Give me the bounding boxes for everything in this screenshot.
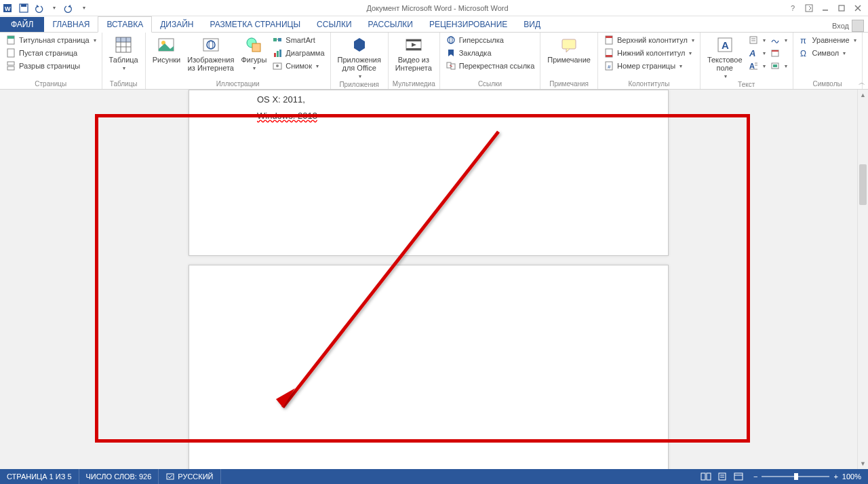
tab-file[interactable]: ФАЙЛ <box>0 17 44 32</box>
document-area[interactable]: OS X: 2011, Windows: 2013 <box>0 90 857 469</box>
collapse-ribbon-icon[interactable]: ︿ <box>859 78 865 88</box>
date-time-button[interactable] <box>768 47 789 59</box>
scroll-down-icon[interactable]: ▼ <box>858 458 868 469</box>
tab-layout[interactable]: РАЗМЕТКА СТРАНИЦЫ <box>202 17 309 32</box>
undo-dropdown-icon[interactable] <box>47 2 60 14</box>
svg-point-38 <box>450 37 452 43</box>
print-layout-button[interactable] <box>714 469 730 484</box>
apps-label1: Приложения <box>338 56 381 64</box>
object-icon <box>770 60 781 71</box>
pictures-button[interactable]: Рисунки <box>150 34 184 65</box>
signature-line-button[interactable] <box>768 34 789 46</box>
ribbon-display-options-icon[interactable] <box>802 2 816 14</box>
cover-page-icon <box>5 35 16 45</box>
cover-page-button[interactable]: Титульная страница <box>4 34 98 46</box>
chart-button[interactable]: Диаграмма <box>271 47 326 59</box>
undo-icon[interactable] <box>33 2 45 14</box>
zoom-in-button[interactable]: + <box>833 472 837 481</box>
quick-parts-button[interactable] <box>747 34 767 46</box>
blank-page-button[interactable]: Пустая страница <box>4 47 98 59</box>
comment-button[interactable]: Примечание <box>545 34 593 65</box>
wordart-icon: A <box>748 48 759 58</box>
tab-mailings[interactable]: РАССЫЛКИ <box>360 17 421 32</box>
page-1[interactable]: OS X: 2011, Windows: 2013 <box>189 90 669 256</box>
tab-home[interactable]: ГЛАВНАЯ <box>44 17 98 32</box>
group-pages: Титульная страница Пустая страница Разры… <box>0 33 102 89</box>
group-links-label: Ссылки <box>444 80 536 89</box>
minimize-button[interactable] <box>818 2 833 14</box>
zoom-slider[interactable] <box>762 476 829 477</box>
vertical-scrollbar[interactable]: ▲ ▼ <box>857 90 868 469</box>
page-number-icon: # <box>604 60 614 71</box>
quick-access-toolbar: W <box>0 2 90 14</box>
hyperlink-label: Гиперссылка <box>459 36 504 44</box>
group-text: A Текстовоеполе A A Текст <box>701 33 793 89</box>
zoom-value[interactable]: 100% <box>842 472 861 481</box>
svg-point-33 <box>276 64 279 67</box>
video-label1: Видео из <box>398 56 429 64</box>
cross-reference-button[interactable]: Перекрестная ссылка <box>444 60 536 72</box>
apps-button[interactable]: Приложениядля Office <box>335 34 384 81</box>
zoom-out-button[interactable]: − <box>753 472 757 481</box>
status-page[interactable]: СТРАНИЦА 1 ИЗ 5 <box>0 469 79 484</box>
read-mode-button[interactable] <box>698 469 714 484</box>
group-apps-label: Приложения <box>335 81 384 90</box>
group-comments: Примечание Примечания <box>540 33 598 89</box>
group-headerfooter: Верхний колонтитул Нижний колонтитул #Но… <box>598 33 701 89</box>
save-icon[interactable] <box>18 2 30 14</box>
shapes-button[interactable]: Фигуры <box>238 34 269 73</box>
online-video-button[interactable]: Видео изИнтернета <box>393 34 435 73</box>
bookmark-button[interactable]: Закладка <box>444 47 536 59</box>
svg-rect-10 <box>7 36 14 39</box>
equation-icon: π <box>799 35 810 45</box>
tab-design[interactable]: ДИЗАЙН <box>152 17 201 32</box>
svg-rect-6 <box>839 5 844 11</box>
comment-label: Примечание <box>547 56 591 64</box>
drop-cap-button[interactable]: A <box>747 60 767 72</box>
svg-rect-35 <box>406 39 421 41</box>
online-pictures-button[interactable]: Изображенияиз Интернета <box>184 34 237 73</box>
scroll-up-icon[interactable]: ▲ <box>858 90 868 100</box>
help-icon[interactable]: ? <box>785 2 800 14</box>
web-layout-button[interactable] <box>730 469 747 484</box>
hyperlink-button[interactable]: Гиперссылка <box>444 34 536 46</box>
svg-rect-71 <box>734 473 743 480</box>
object-button[interactable] <box>768 60 789 72</box>
scroll-thumb[interactable] <box>859 164 867 205</box>
tab-view[interactable]: ВИД <box>515 17 549 32</box>
tab-insert[interactable]: ВСТАВКА <box>98 16 152 33</box>
table-button[interactable]: Таблица <box>106 34 141 73</box>
qat-customize-icon[interactable] <box>77 2 90 14</box>
zoom-slider-knob[interactable] <box>794 473 798 480</box>
footer-button[interactable]: Нижний колонтитул <box>602 47 696 59</box>
page-2[interactable] <box>189 265 669 469</box>
status-language[interactable]: РУССКИЙ <box>159 469 220 484</box>
screenshot-button[interactable]: Снимок <box>271 60 326 72</box>
page-break-button[interactable]: Разрыв страницы <box>4 60 98 72</box>
header-button[interactable]: Верхний колонтитул <box>602 34 696 46</box>
header-label: Верхний колонтитул <box>617 36 688 44</box>
tab-review[interactable]: РЕЦЕНЗИРОВАНИЕ <box>421 17 515 32</box>
wordart-button[interactable]: A <box>747 47 767 59</box>
textbox-button[interactable]: A Текстовоеполе <box>705 34 745 81</box>
shapes-label: Фигуры <box>241 56 267 64</box>
online-pictures-label2: из Интернета <box>188 64 234 72</box>
symbol-button[interactable]: ΩСимвол <box>797 47 858 59</box>
shapes-icon <box>244 35 263 54</box>
group-comments-label: Примечания <box>545 80 593 89</box>
page-number-button[interactable]: #Номер страницы <box>602 60 696 72</box>
svg-rect-31 <box>279 50 281 57</box>
chart-icon <box>272 48 283 58</box>
close-button[interactable] <box>850 2 865 14</box>
smartart-button[interactable]: SmartArt <box>271 34 326 46</box>
tab-references[interactable]: ССЫЛКИ <box>309 17 359 32</box>
svg-rect-61 <box>773 64 777 67</box>
redo-icon[interactable] <box>62 2 75 14</box>
equation-label: Уравнение <box>812 36 850 44</box>
video-label2: Интернета <box>395 64 432 72</box>
sign-in[interactable]: Вход <box>832 20 868 32</box>
status-words[interactable]: ЧИСЛО СЛОВ: 926 <box>79 469 159 484</box>
video-icon <box>404 35 423 54</box>
equation-button[interactable]: πУравнение <box>797 34 858 46</box>
maximize-button[interactable] <box>834 2 849 14</box>
